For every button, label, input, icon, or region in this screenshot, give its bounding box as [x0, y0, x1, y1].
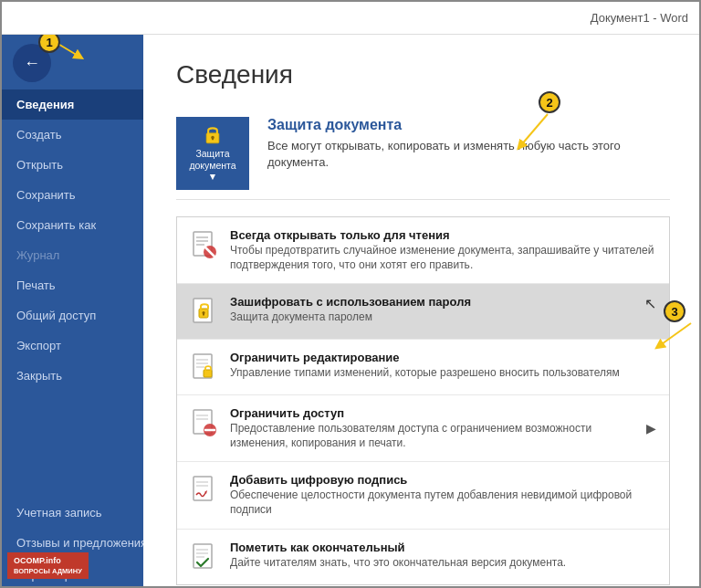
restrict-access-text: Ограничить доступ Предоставление пользов… — [230, 406, 639, 450]
protect-description: Все могут открывать, копировать и изменя… — [267, 138, 670, 171]
sidebar-item-sozdat[interactable]: Создать — [2, 120, 143, 150]
annotation-3-wrapper: 3 — [664, 300, 685, 322]
restrict-edit-text: Ограничить редактирование Управление тип… — [230, 351, 656, 381]
svg-rect-23 — [204, 370, 212, 377]
sidebar-item-zakryt[interactable]: Закрыть — [2, 361, 143, 391]
sidebar-nav: Сведения Создать Открыть Сохранить Сохра… — [2, 89, 143, 391]
annotation-3: 3 — [664, 300, 685, 322]
mark-final-title: Пометить как окончательный — [230, 541, 656, 554]
digital-signature-title: Добавить цифровую подпись — [230, 473, 656, 487]
cursor-indicator: ↖ — [644, 295, 656, 312]
sidebar-item-sohranit[interactable]: Сохранить — [2, 180, 143, 210]
restrict-access-icon — [190, 406, 219, 439]
digital-signature-desc: Обеспечение целостности документа путем … — [230, 488, 656, 517]
restrict-edit-title: Ограничить редактирование — [230, 351, 656, 364]
digital-signature-icon — [190, 473, 219, 506]
main-content: ← 1 Сведения — [2, 35, 701, 588]
svg-rect-18 — [203, 313, 204, 316]
read-only-title: Всегда открывать только для чтения — [230, 228, 656, 242]
sidebar-item-zhurnal: Журнал — [2, 240, 143, 270]
menu-item-mark-final[interactable]: Пометить как окончательный Дайте читател… — [177, 530, 669, 584]
mark-final-desc: Дайте читателям знать, что это окончател… — [230, 556, 656, 571]
annotation-2: 2 — [539, 91, 560, 113]
protect-dropdown: Всегда открывать только для чтения Чтобы… — [176, 216, 670, 585]
back-icon: ← — [24, 54, 40, 73]
protect-info: Защита документа Все могут открывать, ко… — [267, 117, 670, 171]
watermark: OCOMP.info ВОПРОСЫ АДМИНУ — [7, 552, 89, 579]
restrict-access-arrow: ▶ — [646, 421, 656, 436]
sidebar-spacer — [2, 391, 143, 498]
menu-item-digital-signature[interactable]: Добавить цифровую подпись Обеспечение це… — [177, 462, 669, 529]
sidebar: ← 1 Сведения — [2, 35, 143, 588]
annotation-2-wrapper: 2 — [539, 91, 560, 113]
watermark-line1: OCOMP.info — [14, 555, 82, 567]
watermark-line2: ВОПРОСЫ АДМИНУ — [14, 567, 82, 577]
title-bar: Документ1 - Word — [2, 2, 701, 35]
protect-title: Защита документа — [267, 117, 670, 133]
restrict-edit-icon — [190, 351, 219, 383]
read-only-text: Всегда открывать только для чтения Чтобы… — [230, 228, 656, 272]
encrypt-icon — [190, 295, 219, 328]
mark-final-icon — [190, 541, 219, 573]
restrict-access-title: Ограничить доступ — [230, 406, 639, 420]
encrypt-text: Зашифровать с использованием пароля Защи… — [230, 295, 641, 325]
main-area: Сведения 2 — [143, 35, 701, 588]
restrict-access-desc: Предоставление пользователям доступа с о… — [230, 422, 639, 450]
title-bar-text: Документ1 - Word — [591, 11, 688, 25]
read-only-desc: Чтобы предотвратить случайное изменение … — [230, 244, 656, 272]
mark-final-text: Пометить как окончательный Дайте читател… — [230, 541, 656, 571]
menu-item-encrypt[interactable]: 3 — [177, 284, 669, 340]
menu-item-read-only[interactable]: Всегда открывать только для чтения Чтобы… — [177, 217, 669, 284]
restrict-edit-desc: Управление типами изменений, которые раз… — [230, 366, 656, 381]
annotation-1: 1 — [38, 35, 60, 53]
protect-section: 2 — [176, 108, 670, 200]
sidebar-item-otkryt[interactable]: Открыть — [2, 150, 143, 180]
menu-item-restrict-access[interactable]: Ограничить доступ Предоставление пользов… — [177, 395, 669, 462]
app-window: Документ1 - Word ← 1 — [2, 2, 701, 588]
sidebar-item-svedenia[interactable]: Сведения — [2, 89, 143, 120]
svg-rect-6 — [212, 138, 214, 141]
read-only-icon — [190, 228, 219, 261]
lock-icon — [199, 124, 226, 144]
protect-icon-label: Защитадокумента ▼ — [183, 148, 242, 183]
svg-line-0 — [57, 43, 79, 57]
sidebar-item-eksport[interactable]: Экспорт — [2, 331, 143, 361]
sidebar-item-uchet-zapis[interactable]: Учетная запись — [2, 498, 143, 528]
digital-signature-text: Добавить цифровую подпись Обеспечение це… — [230, 473, 656, 517]
encrypt-title: Зашифровать с использованием пароля — [230, 295, 641, 309]
sidebar-item-obshiy-dostup[interactable]: Общий доступ — [2, 300, 143, 331]
sidebar-item-sohranit-kak[interactable]: Сохранить как — [2, 210, 143, 240]
sidebar-item-pechat[interactable]: Печать — [2, 270, 143, 300]
page-title: Сведения — [176, 60, 670, 89]
protect-document-button[interactable]: Защитадокумента ▼ — [176, 117, 249, 190]
encrypt-desc: Защита документа паролем — [230, 310, 641, 325]
menu-item-restrict-edit[interactable]: Ограничить редактирование Управление тип… — [177, 340, 669, 395]
